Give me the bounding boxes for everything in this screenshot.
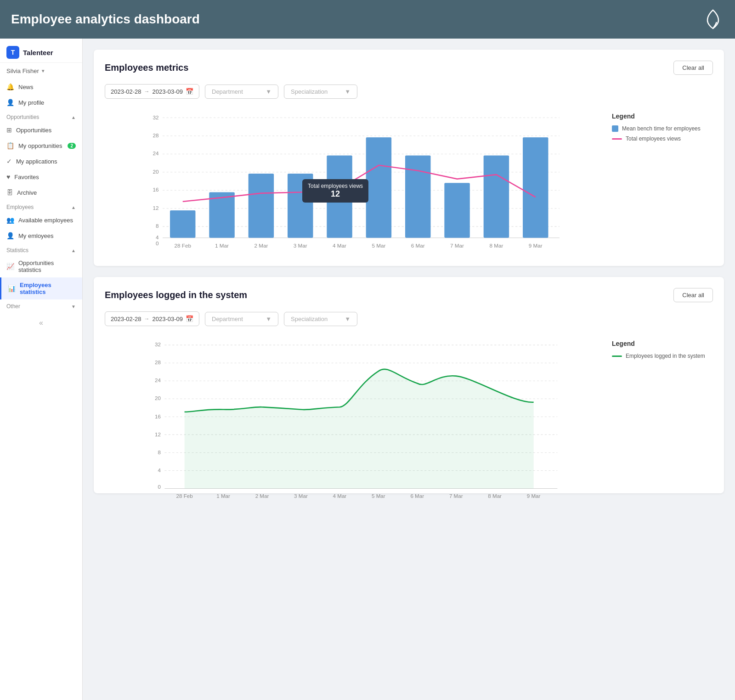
sidebar-item-news-label: News — [18, 84, 34, 90]
employees-logged-clear-btn[interactable]: Clear all — [673, 288, 713, 302]
chevron-down-icon: ▼ — [71, 304, 76, 309]
page-title: Employee analytics dashboard — [11, 12, 200, 27]
logged-department-chevron-icon: ▼ — [266, 316, 271, 322]
sidebar-item-my-applications[interactable]: ✓ My applications — [0, 153, 82, 169]
pink-line — [183, 165, 536, 202]
svg-text:16: 16 — [153, 186, 158, 192]
employees-metrics-header: Employees metrics Clear all — [105, 61, 713, 75]
chevron-up-icon-2: ▲ — [71, 205, 76, 210]
section-statistics-label: Statistics — [6, 247, 28, 254]
section-header-employees[interactable]: Employees ▲ — [0, 200, 82, 212]
employees-metrics-card: Employees metrics Clear all 2023-02-28 →… — [94, 50, 724, 266]
svg-text:8 Mar: 8 Mar — [488, 493, 502, 499]
legend-logged-label: Employees logged in the system — [626, 353, 705, 359]
bar-0 — [170, 210, 195, 238]
svg-text:1 Mar: 1 Mar — [215, 243, 229, 248]
sidebar-collapse-button[interactable]: « — [0, 311, 82, 331]
legend-bench-label: Mean bench time for employees — [622, 125, 701, 132]
svg-text:4: 4 — [158, 467, 161, 473]
sidebar-item-news[interactable]: 🔔 News — [0, 79, 82, 95]
bar-3 — [288, 174, 313, 238]
logged-date-from: 2023-02-28 — [111, 316, 141, 322]
chevron-up-icon: ▲ — [71, 115, 76, 120]
logged-calendar-icon: 📅 — [186, 315, 193, 322]
specialization-placeholder: Specialization — [291, 88, 328, 95]
employees-logged-date-range[interactable]: 2023-02-28 → 2023-03-09 📅 — [105, 311, 199, 326]
svg-text:3 Mar: 3 Mar — [294, 493, 308, 499]
main-content: Employees metrics Clear all 2023-02-28 →… — [83, 39, 735, 700]
logged-department-placeholder: Department — [212, 316, 243, 322]
svg-text:4: 4 — [156, 234, 159, 240]
employees-logged-specialization-filter[interactable]: Specialization ▼ — [284, 312, 357, 326]
sidebar-item-employees-statistics[interactable]: 📊 Employees statistics — [0, 277, 82, 299]
department-chevron-icon: ▼ — [266, 88, 271, 95]
svg-text:9 Mar: 9 Mar — [529, 243, 543, 248]
svg-text:7 Mar: 7 Mar — [450, 243, 464, 248]
bar-8 — [484, 155, 509, 237]
sidebar-item-my-employees[interactable]: 👤 My emloyees — [0, 228, 82, 243]
sidebar-item-available-label: Available employees — [18, 217, 73, 224]
svg-text:5 Mar: 5 Mar — [372, 493, 385, 499]
tooltip-dot — [337, 186, 342, 192]
employees-metrics-filters: 2023-02-28 → 2023-03-09 📅 Department ▼ S… — [105, 84, 713, 99]
sidebar-item-archive[interactable]: 🗄 Archive — [0, 185, 82, 200]
bar-line-chart-svg: 32 28 24 20 16 12 8 4 0 — [105, 108, 603, 255]
svg-text:24: 24 — [153, 150, 159, 156]
employees-logged-department-filter[interactable]: Department ▼ — [205, 312, 278, 326]
bar-6 — [405, 155, 430, 237]
svg-text:6 Mar: 6 Mar — [410, 493, 424, 499]
sidebar-item-my-opportunities[interactable]: 📋 My opportunities 2 — [0, 138, 82, 153]
sidebar-item-favorites[interactable]: ♥ Favorites — [0, 169, 82, 185]
svg-text:0: 0 — [156, 240, 159, 246]
employees-metrics-clear-btn[interactable]: Clear all — [673, 61, 713, 75]
legend-color-logged — [612, 356, 622, 357]
legend-title-2: Legend — [612, 340, 713, 347]
archive-icon: 🗄 — [6, 189, 13, 196]
section-header-other[interactable]: Other ▼ — [0, 299, 82, 311]
svg-text:28: 28 — [155, 359, 161, 365]
employees-metrics-specialization-filter[interactable]: Specialization ▼ — [284, 85, 357, 99]
chevron-up-icon-3: ▲ — [71, 248, 76, 253]
sidebar-item-myopportunities-label: My opportunities — [18, 142, 62, 149]
svg-text:6 Mar: 6 Mar — [411, 243, 425, 248]
profile-icon: 👤 — [6, 99, 14, 106]
header-logo-icon — [702, 8, 724, 30]
sidebar-item-available-employees[interactable]: 👥 Available employees — [0, 212, 82, 228]
svg-text:5 Mar: 5 Mar — [372, 243, 385, 248]
employees-metrics-department-filter[interactable]: Department ▼ — [205, 85, 278, 99]
sidebar-user[interactable]: Silvia Fisher ▼ — [0, 63, 82, 79]
svg-text:16: 16 — [155, 413, 161, 419]
employees-metrics-chart-area: Total employees views 12 — [105, 108, 713, 255]
employees-metrics-date-range[interactable]: 2023-02-28 → 2023-03-09 📅 — [105, 84, 199, 99]
collapse-icon: « — [39, 319, 43, 327]
legend-views-label: Total employees views — [626, 135, 681, 142]
sidebar-item-my-profile[interactable]: 👤 My profile — [0, 95, 82, 110]
svg-text:24: 24 — [155, 377, 161, 383]
svg-text:3 Mar: 3 Mar — [294, 243, 307, 248]
app-header: Employee analytics dashboard — [0, 0, 735, 39]
group-icon: 👥 — [6, 216, 14, 224]
line-chart-icon: 📈 — [6, 263, 14, 270]
svg-text:8 Mar: 8 Mar — [489, 243, 503, 248]
sidebar-item-opportunities-statistics[interactable]: 📈 Opportunities statistics — [0, 255, 82, 277]
svg-text:4 Mar: 4 Mar — [333, 243, 346, 248]
sidebar-item-archive-label: Archive — [17, 189, 37, 196]
svg-text:28: 28 — [153, 132, 159, 138]
section-header-opportunities[interactable]: Opportunities ▲ — [0, 110, 82, 122]
bar-4 — [327, 155, 352, 237]
date-to: 2023-03-09 — [153, 88, 183, 95]
employees-metrics-title: Employees metrics — [105, 62, 188, 73]
sidebar-item-opportunities[interactable]: ⊞ Opportunities — [0, 122, 82, 138]
svg-text:2 Mar: 2 Mar — [255, 493, 269, 499]
user-name: Silvia Fisher — [6, 68, 39, 74]
sidebar-brand: T Talenteer — [0, 39, 82, 63]
logged-specialization-chevron-icon: ▼ — [345, 316, 351, 322]
legend-item-logged: Employees logged in the system — [612, 353, 713, 359]
department-placeholder: Department — [212, 88, 243, 95]
date-arrow-icon: → — [144, 88, 150, 95]
section-header-statistics[interactable]: Statistics ▲ — [0, 243, 82, 255]
section-employees-label: Employees — [6, 204, 34, 210]
employees-metrics-legend: Legend Mean bench time for employees Tot… — [612, 108, 713, 255]
sidebar-item-opportunities-label: Opportunities — [16, 127, 51, 134]
date-from: 2023-02-28 — [111, 88, 141, 95]
